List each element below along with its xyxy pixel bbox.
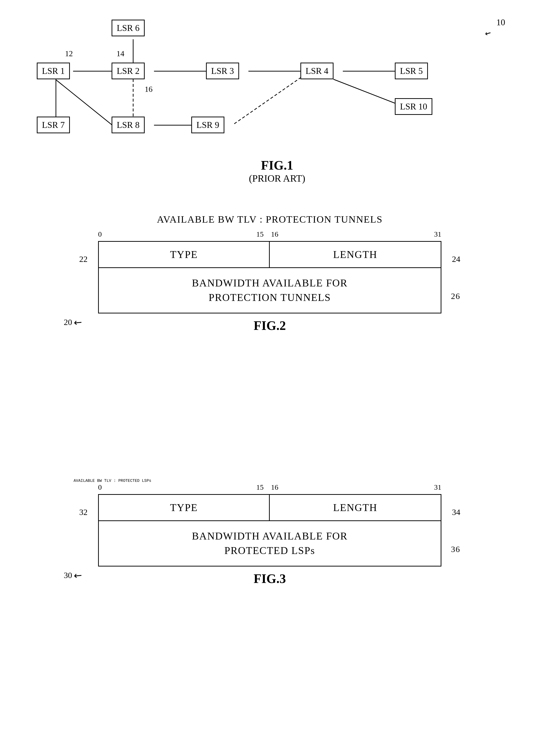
bit-15-label: 15 — [256, 230, 264, 238]
ref-14: 14 — [117, 49, 124, 58]
lsr5-node: LSR 5 — [395, 63, 428, 79]
ref-24: 24 — [452, 254, 460, 264]
ref-34: 34 — [452, 508, 460, 517]
lsr6-node: LSR 6 — [112, 20, 145, 36]
fig2-type-cell: TYPE — [99, 242, 270, 267]
ref-22: 22 — [79, 254, 88, 264]
ref-12: 12 — [65, 49, 73, 58]
bit-labels-row: 0 15 16 31 — [98, 230, 441, 241]
fig2-data-line2: PROTECTION TUNNELS — [101, 290, 438, 305]
fig3-bit-0-label: 0 — [98, 483, 102, 492]
fig3-tlv-wrapper: 0 15 16 31 32 TYPE LENGTH 34 36 BANDWIDT… — [98, 483, 441, 566]
ref-26: 26 — [451, 290, 460, 302]
fig2-type-length-row: 22 TYPE LENGTH 24 — [99, 242, 441, 268]
fig3-length-cell: LENGTH — [270, 495, 441, 520]
ref-30: 30 — [64, 571, 72, 580]
fig3-bit-labels-row: 0 15 16 31 — [98, 483, 441, 494]
fig1-container: 10 ↗ LSR 1 — [20, 15, 535, 187]
ref-16: 16 — [145, 85, 152, 94]
bit-0-label: 0 — [98, 230, 102, 238]
fig3-title: FIG.3 — [74, 571, 466, 586]
lsr7-node: LSR 7 — [37, 117, 70, 133]
ref-20: 20 — [64, 318, 72, 327]
fig3-type-cell: TYPE — [99, 495, 270, 520]
fig3-data-row: 36 BANDWIDTH AVAILABLE FOR PROTECTED LSP… — [99, 521, 441, 566]
fig3-type-length-row: 32 TYPE LENGTH 34 — [99, 495, 441, 521]
bit-31-label: 31 — [434, 230, 441, 238]
fig2-length-cell: LENGTH — [270, 242, 441, 267]
lsr1-node: LSR 1 — [37, 63, 70, 79]
bit-16-label: 16 — [271, 230, 278, 238]
ref-36: 36 — [451, 543, 460, 555]
lsr4-node: LSR 4 — [300, 63, 333, 79]
fig2-tlv-wrapper: 0 15 16 31 22 TYPE LENGTH 24 26 BANDWIDT… — [98, 230, 441, 313]
fig2-ref20-block: 20 ↙ — [64, 317, 83, 328]
fig3-label-block: FIG.3 — [74, 571, 466, 586]
fig2-data-row: 26 BANDWIDTH AVAILABLE FOR PROTECTION TU… — [99, 268, 441, 313]
fig2-title: FIG.2 — [74, 318, 466, 333]
fig3-data-line2: PROTECTED LSPs — [101, 543, 438, 558]
fig3-ref30-block: 30 ↙ — [64, 570, 83, 581]
ref-32: 32 — [79, 508, 88, 517]
fig3-bit-16-label: 16 — [271, 483, 278, 492]
lsr8-node: LSR 8 — [112, 117, 145, 133]
fig1-network-diagram — [20, 15, 535, 187]
fig2-data-line1: BANDWIDTH AVAILABLE FOR — [101, 276, 438, 290]
lsr9-node: LSR 9 — [191, 117, 225, 133]
fig3-container: AVAILABLE BW TLV : PROTECTED LSPs 0 15 1… — [74, 478, 466, 586]
fig3-data-line1: BANDWIDTH AVAILABLE FOR — [101, 529, 438, 543]
lsr10-node: LSR 10 — [395, 98, 432, 115]
fig2-heading: AVAILABLE BW TLV : PROTECTION TUNNELS — [74, 214, 466, 225]
fig2-label-block: FIG.2 — [74, 318, 466, 333]
page: 10 ↗ LSR 1 — [0, 0, 552, 756]
fig3-bit-31-label: 31 — [434, 483, 441, 492]
fig3-heading: AVAILABLE BW TLV : PROTECTED LSPs — [74, 478, 466, 483]
lsr3-node: LSR 3 — [206, 63, 239, 79]
fig2-tlv-table: 22 TYPE LENGTH 24 26 BANDWIDTH AVAILABLE… — [98, 241, 441, 313]
svg-line-7 — [233, 77, 301, 125]
fig3-bit-15-label: 15 — [256, 483, 264, 492]
lsr2-node: LSR 2 — [112, 63, 145, 79]
svg-line-10 — [333, 79, 404, 107]
fig3-tlv-table: 32 TYPE LENGTH 34 36 BANDWIDTH AVAILABLE… — [98, 494, 441, 566]
fig2-container: AVAILABLE BW TLV : PROTECTION TUNNELS 0 … — [74, 214, 466, 333]
